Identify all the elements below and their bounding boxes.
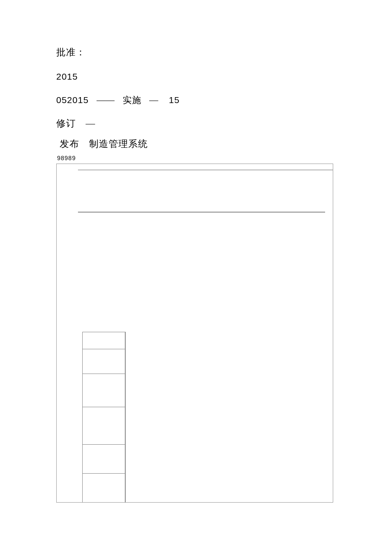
dash-single: — bbox=[149, 95, 158, 105]
dash-double: —— bbox=[97, 95, 115, 105]
table-row bbox=[83, 407, 126, 444]
approval-label: 批准： bbox=[56, 46, 336, 59]
header-rule bbox=[78, 212, 325, 213]
publish-system-label: 发布 制造管理系统 bbox=[56, 138, 336, 151]
embedded-page bbox=[56, 164, 333, 503]
implementation-line: 052015 —— 实施 — 15 bbox=[56, 94, 336, 106]
table-row bbox=[83, 332, 126, 349]
footer-number: 98989 bbox=[56, 154, 336, 163]
table-row bbox=[83, 374, 126, 407]
revision-label: 修订 — bbox=[56, 117, 336, 130]
number-15: 15 bbox=[169, 95, 179, 105]
top-rule bbox=[78, 170, 333, 170]
table-row bbox=[83, 473, 126, 502]
year-text: 2015 bbox=[56, 70, 336, 83]
table-row bbox=[83, 349, 126, 374]
form-table bbox=[82, 332, 126, 503]
implement-label: 实施 bbox=[123, 95, 141, 105]
code-number: 052015 bbox=[56, 95, 89, 105]
table-row bbox=[83, 444, 126, 473]
